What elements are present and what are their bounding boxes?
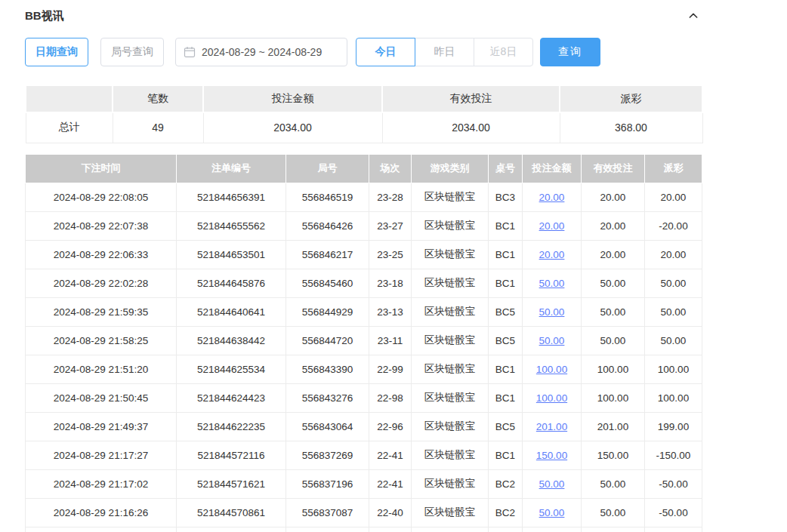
bet-amount-link[interactable]: 100.00 <box>536 364 567 375</box>
game-type-cell: 区块链骰宝 <box>412 297 489 326</box>
payout-cell: -150.00 <box>645 441 702 469</box>
table-row: 2024-08-29 21:59:35521844640641556844929… <box>26 297 702 326</box>
order-id-cell: 521844655562 <box>177 211 286 240</box>
calendar-icon <box>184 46 196 58</box>
table-row: 2024-08-29 21:17:27521844572116556837269… <box>26 441 702 469</box>
payout-cell: 100.00 <box>645 355 702 383</box>
col-bet-time: 下注时间 <box>26 154 177 183</box>
table-no-cell: BC2 <box>489 469 523 498</box>
round-id-cell: 556837269 <box>286 441 369 469</box>
session-cell: 23-18 <box>369 269 412 297</box>
date-query-tab[interactable]: 日期查询 <box>25 38 88 66</box>
bet-amount-cell: 20.00 <box>523 183 582 211</box>
table-no-cell: BC5 <box>489 412 523 441</box>
valid-bet-cell: 100.00 <box>582 355 645 383</box>
valid-bet-cell: 20.00 <box>582 211 645 240</box>
game-type-cell: 区块链骰宝 <box>412 240 489 269</box>
bet-time-cell: 2024-08-29 22:08:05 <box>26 183 177 211</box>
game-type-cell: 区块链骰宝 <box>412 211 489 240</box>
payout-cell: 20.00 <box>645 183 702 211</box>
bet-amount-link[interactable]: 50.00 <box>539 278 565 289</box>
records-table-body: 2024-08-29 22:08:05521844656391556846519… <box>26 183 702 532</box>
table-row: 2024-08-29 22:08:05521844656391556846519… <box>26 183 702 211</box>
valid-bet-cell: 150.00 <box>582 441 645 469</box>
order-id-cell: 521844656391 <box>177 183 286 211</box>
bet-amount-link[interactable]: 100.00 <box>536 392 567 404</box>
collapse-chevron-up-icon[interactable] <box>685 8 702 24</box>
bet-amount-cell: 100.00 <box>523 355 582 383</box>
table-no-cell: BC3 <box>489 183 523 211</box>
records-header-row: 下注时间 注单编号 局号 场次 游戏类别 桌号 投注金额 有效投注 派彩 <box>26 154 702 183</box>
order-id-cell: 521844622235 <box>177 412 286 441</box>
round-id-cell: 556846426 <box>286 211 369 240</box>
date-range-picker[interactable]: 2024-08-29 ~ 2024-08-29 <box>175 38 347 66</box>
bet-amount-cell: 20.00 <box>523 240 582 269</box>
col-payout: 派彩 <box>645 154 702 183</box>
order-id-cell: 521844624423 <box>177 383 286 412</box>
search-button[interactable]: 查询 <box>540 38 600 66</box>
valid-bet-cell: 201.00 <box>582 412 645 441</box>
table-no-cell: BC1 <box>489 383 523 412</box>
bet-time-cell: 2024-08-29 22:07:38 <box>26 211 177 240</box>
summary-table: 笔数 投注金额 有效投注 派彩 总计 49 2034.00 2034.00 36… <box>25 85 703 143</box>
valid-bet-cell: 50.00 <box>582 498 645 527</box>
payout-cell: 50.00 <box>645 297 702 326</box>
bet-amount-link[interactable]: 50.00 <box>539 335 565 346</box>
order-id-cell: 521844572116 <box>177 441 286 469</box>
last-8-days-button[interactable]: 近8日 <box>474 38 533 66</box>
bet-amount-link[interactable]: 150.00 <box>536 450 567 461</box>
col-bet-amount: 投注金额 <box>523 154 582 183</box>
round-query-tab[interactable]: 局号查询 <box>100 38 164 66</box>
bet-amount-link[interactable]: 50.00 <box>539 478 565 490</box>
session-cell: 22-98 <box>369 383 412 412</box>
bet-time-cell <box>26 527 177 532</box>
order-id-cell: 521844570861 <box>177 498 286 527</box>
table-no-cell: BC5 <box>489 326 523 355</box>
col-game-type: 游戏类别 <box>412 154 489 183</box>
today-button[interactable]: 今日 <box>356 38 415 66</box>
valid-bet-cell: 50.00 <box>582 269 645 297</box>
order-id-cell: 521844645876 <box>177 269 286 297</box>
session-cell: 22-99 <box>369 355 412 383</box>
bet-amount-link[interactable]: 201.00 <box>536 421 567 432</box>
bet-amount-cell: 20.00 <box>523 211 582 240</box>
table-row: 2024-08-29 21:16:26521844570861556837087… <box>26 498 702 527</box>
table-row: 2024-08-29 22:06:33521844653501556846217… <box>26 240 702 269</box>
bet-amount-cell: 50.00 <box>523 498 582 527</box>
bet-amount-cell: 50.00 <box>523 297 582 326</box>
bet-time-cell: 2024-08-29 21:59:35 <box>26 297 177 326</box>
bet-amount-cell <box>523 527 582 532</box>
yesterday-button[interactable]: 昨日 <box>415 38 474 66</box>
bet-time-cell: 2024-08-29 21:17:27 <box>26 441 177 469</box>
game-type-cell: 区块链骰宝 <box>412 412 489 441</box>
session-cell: 23-13 <box>369 297 412 326</box>
game-type-cell: 区块链骰宝 <box>412 469 489 498</box>
table-no-cell: BC2 <box>489 498 523 527</box>
round-id-cell: 556844929 <box>286 297 369 326</box>
records-table: 下注时间 注单编号 局号 场次 游戏类别 桌号 投注金额 有效投注 派彩 202… <box>25 154 702 532</box>
bet-amount-cell: 150.00 <box>523 441 582 469</box>
game-type-cell: 区块链骰宝 <box>412 498 489 527</box>
order-id-cell: 521844653501 <box>177 240 286 269</box>
round-id-cell: 556837087 <box>286 498 369 527</box>
bet-amount-link[interactable]: 50.00 <box>539 306 565 318</box>
bet-amount-link[interactable]: 20.00 <box>539 192 565 203</box>
col-table-no: 桌号 <box>489 154 523 183</box>
table-row: 2024-08-29 21:17:02521844571621556837196… <box>26 469 702 498</box>
col-valid-bet: 有效投注 <box>582 154 645 183</box>
panel-title: BB视讯 <box>25 9 64 23</box>
round-id-cell: 556844720 <box>286 326 369 355</box>
bet-amount-link[interactable]: 20.00 <box>539 249 565 260</box>
bet-amount-cell: 100.00 <box>523 383 582 412</box>
order-id-cell <box>177 527 286 532</box>
game-type-cell: 区块链骰宝 <box>412 269 489 297</box>
bet-time-cell: 2024-08-29 22:06:33 <box>26 240 177 269</box>
bet-time-cell: 2024-08-29 21:16:26 <box>26 498 177 527</box>
bet-time-cell: 2024-08-29 21:58:25 <box>26 326 177 355</box>
bet-amount-cell: 201.00 <box>523 412 582 441</box>
bet-amount-link[interactable]: 20.00 <box>539 220 565 232</box>
bet-amount-link[interactable]: 50.00 <box>539 507 565 518</box>
summary-total-row: 总计 49 2034.00 2034.00 368.00 <box>26 112 702 143</box>
session-cell: 22-96 <box>369 412 412 441</box>
table-row: 2024-08-29 22:07:38521844655562556846426… <box>26 211 702 240</box>
